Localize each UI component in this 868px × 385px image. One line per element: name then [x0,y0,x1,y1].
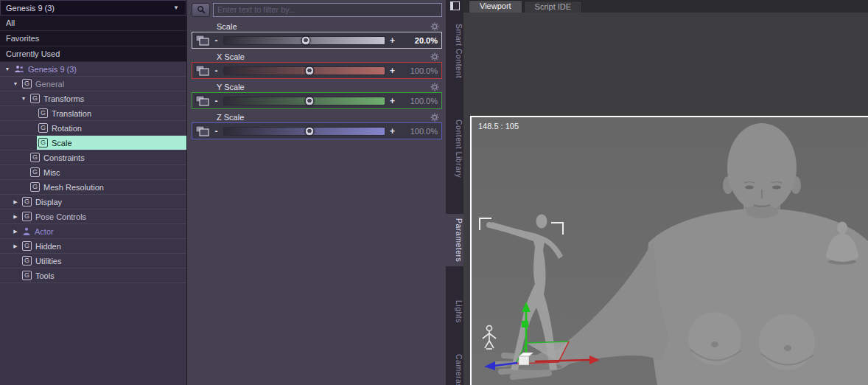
tree-item-rotation[interactable]: GRotation [0,121,186,136]
gizmo-center-handle[interactable] [519,356,529,365]
tree-indent [0,268,10,282]
tree-item-actor[interactable]: ▶Actor [0,224,186,239]
tree-item-translation[interactable]: GTranslation [0,106,186,121]
tree-item-transforms[interactable]: ▼GTransforms [0,91,186,106]
viewport-coordinates: 148.5 : 105 [478,122,519,131]
tree-item-label: Hidden [35,242,61,251]
tree-item-general[interactable]: ▼GGeneral [0,77,186,91]
slider-value[interactable]: 100.0% [396,97,439,105]
viewport-tabbar: ViewportScript IDE [463,0,868,13]
slider-increment-button[interactable]: + [388,126,396,136]
expander-spacer [10,268,21,282]
pane-tab-strip: Smart ContentContent LibraryParametersLi… [446,0,463,385]
search-input[interactable] [213,3,442,17]
expander-spacer [27,106,37,120]
slider-decrement-button[interactable]: - [212,35,220,46]
expander-arrow-icon[interactable]: ▶ [10,239,21,253]
tree-item-mesh-resolution[interactable]: GMesh Resolution [0,180,186,195]
slider-knob[interactable] [304,96,314,105]
side-tab-smart-content[interactable]: Smart Content [446,19,463,83]
slider-knob[interactable] [301,35,311,45]
search-options-button[interactable] [192,3,210,17]
filter-row-currently-used[interactable]: Currently Used [0,46,186,62]
slider-header: X Scale [192,51,442,62]
tree-item-main: GTransforms [29,91,186,105]
render-area[interactable]: 148.5 : 105 [470,116,868,385]
viewport-panel: ViewportScript IDE 148.5 : 105 [463,0,868,385]
tree-item-main: GScale [37,136,186,150]
slider-track[interactable] [223,127,385,136]
side-tab-content-library[interactable]: Content Library [446,115,463,182]
slider-settings-button[interactable] [430,83,439,91]
tree-item-main: Genesis 9 (3) [13,62,186,76]
slider-label: Y Scale [217,83,245,91]
tree-item-hidden[interactable]: ▶GHidden [0,239,186,254]
side-tab-cameras[interactable]: Cameras [446,350,463,385]
slider-decrement-button[interactable]: - [212,126,220,136]
tree-item-main: GDisplay [21,195,186,209]
slider-increment-button[interactable]: + [388,96,396,106]
parameter-dial-icon [195,34,211,46]
tree-item-constraints[interactable]: GConstraints [0,150,186,165]
slider-label: Scale [217,22,237,31]
slider-value[interactable]: 100.0% [396,127,439,136]
filter-row-all[interactable]: All [0,15,186,31]
slider-settings-button[interactable] [430,113,439,122]
tree-item-main: GTools [21,268,186,282]
slider-knob[interactable] [304,66,314,75]
slider-knob[interactable] [304,126,314,136]
parameter-dial-icon [195,94,211,107]
scene-parameter-panel: Genesis 9 (3) ▼ AllFavoritesCurrently Us… [0,0,187,385]
tree-item-label: Rotation [52,124,82,133]
slider-decrement-button[interactable]: - [212,96,220,106]
tree-item-display[interactable]: ▶GDisplay [0,195,186,209]
viewport-tab-script-ide[interactable]: Script IDE [524,1,583,13]
g-parameter-icon: G [22,271,32,280]
slider-row: -+100.0% [192,122,442,139]
panel-menu-icon[interactable] [450,1,460,10]
scope-dropdown[interactable]: Genesis 9 (3) ▼ [0,0,186,15]
tree-item-main: GRotation [37,121,186,135]
slider-label: Z Scale [217,113,244,122]
slider-value[interactable]: 20.0% [396,36,439,45]
tree-item-scale[interactable]: GScale [0,136,186,150]
viewport-tab-viewport[interactable]: Viewport [469,0,522,13]
slider-track[interactable] [223,97,385,105]
slider-group-y-scale: Y Scale-+100.0% [192,81,442,109]
slider-increment-button[interactable]: + [388,35,396,46]
parameter-dial-button[interactable] [195,94,211,107]
expander-arrow-icon[interactable]: ▶ [10,195,21,209]
tree-item-utilities[interactable]: GUtilities [0,254,186,268]
parameter-dial-button[interactable] [195,64,211,77]
slider-increment-button[interactable]: + [388,66,396,76]
expander-spacer [18,150,29,164]
tree-item-label: Pose Controls [35,212,86,221]
viewport-scene[interactable] [472,117,868,385]
g-parameter-icon: G [22,79,32,89]
expander-arrow-icon[interactable]: ▼ [18,91,29,105]
parameter-dial-button[interactable] [195,34,211,46]
tree-item-pose-controls[interactable]: ▶GPose Controls [0,209,186,224]
slider-decrement-button[interactable]: - [212,66,220,76]
tree-item-label: Actor [35,227,54,236]
tree-item-tools[interactable]: GTools [0,268,186,283]
side-tab-parameters[interactable]: Parameters [446,214,463,266]
tree-item-misc[interactable]: GMisc [0,165,186,180]
side-tab-lights[interactable]: Lights [446,296,463,327]
expander-arrow-icon[interactable]: ▼ [10,77,21,91]
filter-row-favorites[interactable]: Favorites [0,31,186,46]
tree-indent [0,209,10,223]
slider-settings-button[interactable] [430,22,439,31]
tree-item-genesis-9-3[interactable]: ▼Genesis 9 (3) [0,62,186,77]
slider-value[interactable]: 100.0% [396,66,439,75]
slider-track[interactable] [223,66,385,75]
slider-settings-button[interactable] [430,52,439,61]
parameter-dial-button[interactable] [195,125,211,137]
expander-arrow-icon[interactable]: ▶ [10,209,21,223]
expander-spacer [10,254,21,268]
slider-row: -+100.0% [192,92,442,109]
gear-icon [430,52,439,61]
slider-track[interactable] [223,36,385,45]
expander-arrow-icon[interactable]: ▶ [10,224,21,238]
expander-arrow-icon[interactable]: ▼ [2,62,13,76]
